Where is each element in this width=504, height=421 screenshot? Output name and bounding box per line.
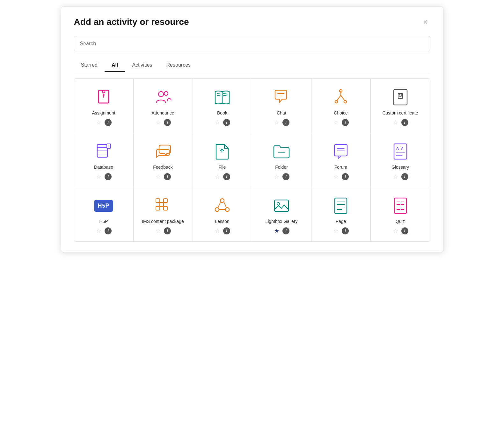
feedback-actions: ☆ i bbox=[155, 173, 171, 180]
lightbox-actions: ★ i bbox=[274, 227, 289, 234]
chat-actions: ☆ i bbox=[274, 119, 289, 126]
grid-item-lightbox[interactable]: Lightbox Gallery ★ i bbox=[252, 187, 311, 241]
custom-certificate-icon bbox=[391, 88, 410, 107]
grid-item-attendance[interactable]: Attendance ☆ i bbox=[134, 79, 193, 133]
ims-icon bbox=[153, 196, 172, 215]
folder-star[interactable]: ☆ bbox=[274, 173, 280, 180]
book-icon bbox=[213, 88, 232, 107]
grid-item-file[interactable]: File ☆ i bbox=[193, 133, 252, 187]
choice-actions: ☆ i bbox=[333, 119, 349, 126]
grid-item-glossary[interactable]: A Z Glossary ☆ i bbox=[371, 133, 430, 187]
attendance-star[interactable]: ☆ bbox=[155, 119, 161, 126]
svg-point-42 bbox=[215, 208, 219, 211]
h5p-info[interactable]: i bbox=[105, 227, 112, 234]
svg-point-7 bbox=[335, 100, 338, 103]
grid-item-quiz[interactable]: Quiz ☆ i bbox=[371, 187, 430, 241]
lesson-actions: ☆ i bbox=[214, 227, 230, 234]
custom-certificate-actions: ☆ i bbox=[392, 119, 408, 126]
tab-all[interactable]: All bbox=[105, 59, 125, 72]
custom-certificate-info[interactable]: i bbox=[401, 119, 408, 126]
lightbox-star[interactable]: ★ bbox=[274, 227, 280, 234]
lightbox-info[interactable]: i bbox=[282, 227, 289, 234]
book-star[interactable]: ☆ bbox=[214, 119, 221, 126]
assignment-info[interactable]: i bbox=[105, 119, 112, 126]
database-star[interactable]: ☆ bbox=[96, 173, 102, 180]
quiz-label: Quiz bbox=[396, 218, 405, 224]
page-star[interactable]: ☆ bbox=[333, 227, 339, 234]
chat-info[interactable]: i bbox=[282, 119, 289, 126]
lesson-info[interactable]: i bbox=[223, 227, 230, 234]
file-star[interactable]: ☆ bbox=[214, 173, 221, 180]
assignment-star[interactable]: ☆ bbox=[96, 119, 102, 126]
feedback-star[interactable]: ☆ bbox=[155, 173, 161, 180]
grid-item-custom-certificate[interactable]: Custom certificate ☆ i bbox=[371, 79, 430, 133]
grid-item-chat[interactable]: Chat ☆ i bbox=[252, 79, 311, 133]
svg-text:Z: Z bbox=[400, 146, 403, 151]
attendance-info[interactable]: i bbox=[164, 119, 171, 126]
grid-item-assignment[interactable]: Assignment ☆ i bbox=[74, 79, 134, 133]
close-button[interactable]: × bbox=[420, 17, 430, 27]
ims-info[interactable]: i bbox=[164, 227, 171, 234]
glossary-star[interactable]: ☆ bbox=[392, 173, 399, 180]
svg-rect-33 bbox=[156, 199, 160, 203]
choice-info[interactable]: i bbox=[342, 119, 349, 126]
chat-label: Chat bbox=[277, 110, 286, 116]
tab-activities[interactable]: Activities bbox=[125, 59, 159, 72]
grid-item-book[interactable]: Book ☆ i bbox=[193, 79, 252, 133]
svg-point-6 bbox=[340, 90, 342, 92]
folder-icon bbox=[272, 142, 291, 161]
file-info[interactable]: i bbox=[223, 173, 230, 180]
forum-star[interactable]: ☆ bbox=[333, 173, 339, 180]
folder-actions: ☆ i bbox=[274, 173, 289, 180]
svg-point-8 bbox=[344, 100, 347, 103]
forum-icon bbox=[331, 142, 350, 161]
forum-info[interactable]: i bbox=[342, 173, 349, 180]
choice-star[interactable]: ☆ bbox=[333, 119, 339, 126]
grid-item-ims[interactable]: IMS content package ☆ i bbox=[134, 187, 193, 241]
tab-resources[interactable]: Resources bbox=[159, 59, 198, 72]
svg-point-2 bbox=[164, 92, 168, 95]
chat-icon bbox=[272, 88, 291, 107]
folder-info[interactable]: i bbox=[282, 173, 289, 180]
svg-rect-49 bbox=[335, 198, 347, 213]
feedback-info[interactable]: i bbox=[164, 173, 171, 180]
quiz-info[interactable]: i bbox=[401, 227, 408, 234]
book-actions: ☆ i bbox=[214, 119, 230, 126]
grid-item-lesson[interactable]: Lesson ☆ i bbox=[193, 187, 252, 241]
grid-item-page[interactable]: Page ☆ i bbox=[311, 187, 371, 241]
grid-item-folder[interactable]: Folder ☆ i bbox=[252, 133, 311, 187]
h5p-icon: H5P bbox=[94, 196, 113, 215]
glossary-info[interactable]: i bbox=[401, 173, 408, 180]
quiz-star[interactable]: ☆ bbox=[392, 227, 399, 234]
tab-starred[interactable]: Starred bbox=[74, 59, 105, 72]
page-info[interactable]: i bbox=[342, 227, 349, 234]
svg-text:A: A bbox=[396, 146, 399, 151]
glossary-icon: A Z bbox=[391, 142, 410, 161]
lesson-label: Lesson bbox=[215, 218, 229, 224]
attendance-actions: ☆ i bbox=[155, 119, 171, 126]
svg-point-43 bbox=[225, 208, 229, 211]
attendance-icon bbox=[153, 88, 172, 107]
assignment-icon bbox=[94, 88, 113, 107]
svg-line-45 bbox=[224, 203, 226, 208]
file-actions: ☆ i bbox=[214, 173, 230, 180]
h5p-star[interactable]: ☆ bbox=[96, 227, 102, 234]
lesson-star[interactable]: ☆ bbox=[214, 227, 221, 234]
grid-item-feedback[interactable]: Feedback ☆ i bbox=[134, 133, 193, 187]
svg-rect-9 bbox=[394, 90, 407, 105]
svg-rect-47 bbox=[274, 200, 289, 211]
svg-rect-36 bbox=[164, 206, 167, 210]
database-info[interactable]: i bbox=[105, 173, 112, 180]
ims-label: IMS content package bbox=[142, 218, 184, 224]
grid-item-forum[interactable]: Forum ☆ i bbox=[311, 133, 371, 187]
custom-certificate-star[interactable]: ☆ bbox=[392, 119, 399, 126]
ims-star[interactable]: ☆ bbox=[155, 227, 161, 234]
folder-label: Folder bbox=[275, 164, 288, 170]
search-input[interactable] bbox=[74, 36, 430, 51]
svg-rect-24 bbox=[334, 144, 347, 156]
grid-item-h5p[interactable]: H5P H5P ☆ i bbox=[74, 187, 134, 241]
grid-item-choice[interactable]: Choice ☆ i bbox=[311, 79, 371, 133]
chat-star[interactable]: ☆ bbox=[274, 119, 280, 126]
grid-item-database[interactable]: Database ☆ i bbox=[74, 133, 134, 187]
book-info[interactable]: i bbox=[223, 119, 230, 126]
